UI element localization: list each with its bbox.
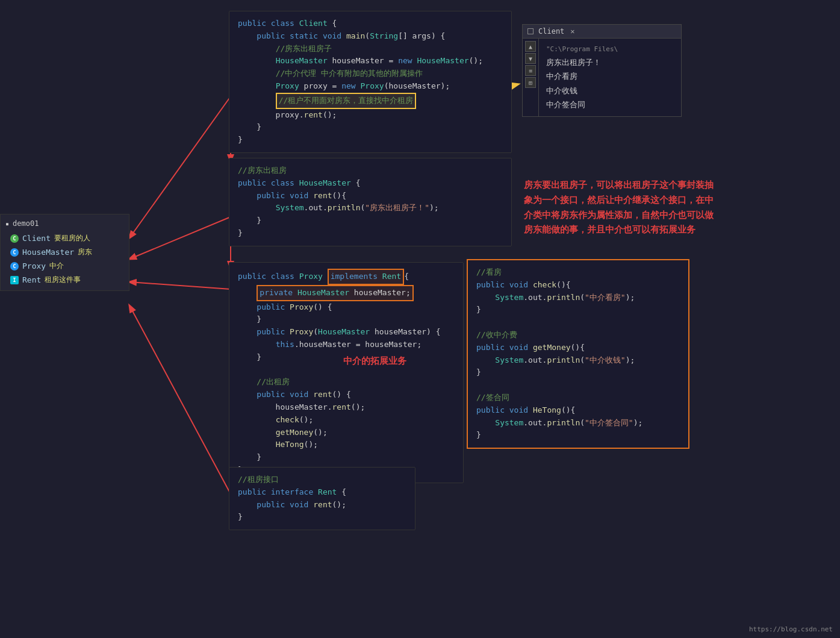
output-path: "C:\Program Files\ [546, 43, 618, 55]
output-panel: Client ✕ ▲ ▼ ≡ ⊞ "C:\Program Files\ 房东出租… [522, 24, 682, 117]
nav-down[interactable]: ▼ [525, 53, 536, 64]
proxy-annotation: 中介 [49, 261, 64, 271]
nav-up[interactable]: ▲ [525, 41, 536, 52]
output-nav: ▲ ▼ ≡ ⊞ [523, 39, 539, 116]
proxy-code-content: public class Proxy implements Rent{ priv… [229, 263, 463, 483]
svg-line-5 [129, 305, 231, 494]
proxy-code-panel: public class Proxy implements Rent{ priv… [229, 262, 464, 483]
proxy-right-panel: //看房 public void check(){ System.out.pri… [467, 259, 689, 449]
housemaster-label: HouseMaster [22, 248, 74, 257]
rent-annotation: 租房这件事 [45, 275, 81, 285]
output-body-wrapper: ▲ ▼ ≡ ⊞ "C:\Program Files\ 房东出租房子！ 中介看房 … [523, 39, 681, 116]
output-body: "C:\Program Files\ 房东出租房子！ 中介看房 中介收钱 中介签… [539, 39, 625, 116]
output-title: Client [538, 27, 564, 36]
client-icon: C [10, 234, 19, 243]
output-line-3: 中介收钱 [546, 84, 618, 98]
rent-code-content: //租房接口 public interface Rent { public vo… [229, 468, 415, 530]
client-code-content: public class Client { public static void… [229, 11, 511, 152]
sidebar-title: ▪ demo01 [1, 218, 129, 231]
housemaster-code-content: //房东出租房 public class HouseMaster { publi… [229, 158, 511, 246]
expand-label: 中介的拓展业务 [343, 355, 406, 367]
proxy-icon: C [10, 262, 19, 271]
sidebar-item-proxy[interactable]: C Proxy 中介 [1, 259, 129, 273]
output-header: Client ✕ [523, 25, 681, 39]
sidebar-item-housemaster[interactable]: C HouseMaster 房东 [1, 245, 129, 259]
output-line-4: 中介签合同 [546, 98, 618, 111]
rent-icon: I [10, 276, 19, 284]
output-line-2: 中介看房 [546, 69, 618, 83]
sidebar: ▪ demo01 C Client 要租房的人 C HouseMaster 房东… [0, 214, 129, 291]
nav-wrap[interactable]: ≡ [525, 65, 536, 76]
svg-line-4 [129, 217, 231, 259]
close-button[interactable]: ✕ [570, 27, 574, 36]
proxy-right-code-content: //看房 public void check(){ System.out.pri… [468, 260, 688, 448]
svg-line-0 [129, 96, 231, 238]
right-annotation: 房东要出租房子，可以将出租房子这个事封装抽象为一个接口，然后让中介继承这个接口，… [524, 178, 717, 237]
nav-scroll[interactable]: ⊞ [525, 77, 536, 88]
housemaster-icon: C [10, 248, 19, 257]
svg-line-3 [129, 282, 231, 289]
sidebar-item-client[interactable]: C Client 要租房的人 [1, 231, 129, 245]
housemaster-annotation: 房东 [78, 247, 92, 257]
monitor-icon [527, 28, 534, 34]
rent-code-panel: //租房接口 public interface Rent { public vo… [229, 467, 415, 530]
client-annotation: 要租房的人 [54, 233, 90, 243]
proxy-label: Proxy [22, 261, 46, 271]
watermark: https://blog.csdn.net [749, 625, 833, 633]
rent-label: Rent [22, 275, 41, 284]
client-label: Client [22, 234, 51, 243]
client-code-panel: public class Client { public static void… [229, 11, 512, 153]
yellow-highlight: //租户不用面对房东，直接找中介租房 [276, 93, 417, 109]
housemaster-code-panel: //房东出租房 public class HouseMaster { publi… [229, 158, 512, 246]
orange-highlight-implements: implements Rent [328, 269, 404, 285]
output-line-1: 房东出租房子！ [546, 55, 618, 69]
sidebar-item-rent[interactable]: I Rent 租房这件事 [1, 273, 129, 287]
orange-highlight-field: private HouseMaster houseMaster; [257, 285, 413, 301]
